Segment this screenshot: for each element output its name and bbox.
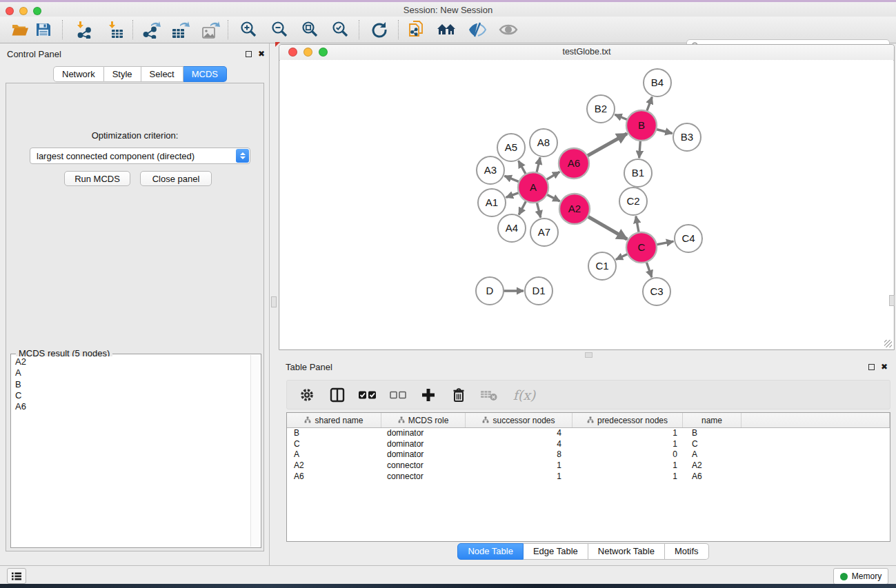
clone-network-icon[interactable] bbox=[406, 20, 426, 39]
apply-layout-icon[interactable] bbox=[369, 20, 388, 39]
table-cell[interactable]: A6 bbox=[683, 472, 741, 483]
column-header-name[interactable]: name bbox=[683, 413, 741, 427]
graph-node-A7[interactable]: A7 bbox=[530, 219, 558, 246]
graph-node-C1[interactable]: C1 bbox=[588, 252, 616, 280]
float-panel-icon[interactable] bbox=[246, 51, 252, 57]
float-table-panel-icon[interactable] bbox=[868, 364, 875, 370]
delete-table-icon[interactable] bbox=[479, 385, 499, 405]
tab-network-table[interactable]: Network Table bbox=[588, 543, 665, 560]
table-cell[interactable]: dominator bbox=[381, 439, 466, 450]
graph-node-C[interactable]: C bbox=[626, 232, 657, 263]
criterion-dropdown[interactable]: largest connected component (directed) bbox=[30, 148, 250, 164]
graph-node-B[interactable]: B bbox=[626, 110, 657, 141]
zoom-fit-icon[interactable] bbox=[301, 20, 320, 39]
open-session-icon[interactable] bbox=[10, 20, 30, 39]
table-cell[interactable]: B bbox=[287, 428, 381, 439]
zoom-out-icon[interactable] bbox=[270, 20, 290, 39]
memory-button[interactable]: Memory bbox=[833, 568, 888, 585]
graph-node-B2[interactable]: B2 bbox=[587, 95, 615, 123]
graph-node-A3[interactable]: A3 bbox=[477, 156, 504, 184]
graph-node-C3[interactable]: C3 bbox=[643, 278, 670, 305]
tab-node-table[interactable]: Node Table bbox=[457, 543, 524, 560]
add-column-icon[interactable] bbox=[418, 385, 439, 405]
column-header-predecessor-nodes[interactable]: predecessor nodes bbox=[573, 413, 683, 427]
select-all-icon[interactable] bbox=[357, 385, 378, 405]
column-header-MCDS-role[interactable]: MCDS role bbox=[381, 413, 466, 427]
graph-node-D[interactable]: D bbox=[476, 277, 504, 305]
network-graph[interactable]: B4B2BB3A8A5A6A3B1AC2A1A2A4A7C4CC1DD1C3 bbox=[280, 60, 893, 349]
table-cell[interactable]: connector bbox=[381, 472, 466, 483]
mcds-result-item[interactable]: A2 bbox=[12, 356, 251, 367]
tab-motifs[interactable]: Motifs bbox=[665, 543, 709, 560]
close-panel-icon[interactable]: ✖ bbox=[258, 50, 265, 58]
table-cell[interactable]: dominator bbox=[381, 428, 466, 439]
table-cell[interactable]: dominator bbox=[381, 449, 466, 460]
save-session-icon[interactable] bbox=[34, 20, 53, 39]
view-edge-grip[interactable] bbox=[889, 295, 895, 306]
network-window-titlebar[interactable]: testGlobe.txt bbox=[279, 45, 894, 61]
table-cell[interactable]: A6 bbox=[287, 472, 381, 483]
task-history-button[interactable] bbox=[7, 568, 26, 584]
tab-mcds[interactable]: MCDS bbox=[183, 66, 227, 82]
export-network-icon[interactable] bbox=[141, 20, 161, 39]
graph-node-B4[interactable]: B4 bbox=[644, 69, 671, 97]
column-header-shared-name[interactable]: shared name bbox=[287, 413, 381, 427]
table-cell[interactable]: A2 bbox=[287, 460, 381, 472]
graph-node-A2[interactable]: A2 bbox=[559, 194, 590, 224]
tab-network[interactable]: Network bbox=[53, 66, 104, 82]
export-table-icon[interactable] bbox=[170, 20, 190, 39]
graph-node-D1[interactable]: D1 bbox=[525, 277, 552, 305]
export-image-icon[interactable] bbox=[201, 20, 220, 39]
table-cell[interactable]: 1 bbox=[466, 460, 573, 472]
mcds-result-item[interactable]: A6 bbox=[12, 401, 251, 412]
table-row[interactable]: Cdominator41C bbox=[287, 439, 890, 450]
split-divider-grip[interactable] bbox=[271, 296, 277, 307]
table-cell[interactable]: 4 bbox=[466, 428, 573, 439]
graph-node-A6[interactable]: A6 bbox=[559, 148, 589, 179]
graph-node-C4[interactable]: C4 bbox=[675, 225, 702, 252]
table-cell[interactable]: A bbox=[683, 449, 741, 460]
mcds-result-item[interactable]: C bbox=[12, 390, 251, 401]
result-list-scrollbar[interactable] bbox=[250, 355, 260, 547]
network-canvas[interactable]: B4B2BB3A8A5A6A3B1AC2A1A2A4A7C4CC1DD1C3 bbox=[280, 60, 893, 349]
graph-node-B3[interactable]: B3 bbox=[673, 123, 701, 151]
run-mcds-button[interactable]: Run MCDS bbox=[64, 171, 130, 186]
table-row[interactable]: A2connector11A2 bbox=[287, 460, 890, 472]
tab-select[interactable]: Select bbox=[141, 66, 183, 82]
table-cell[interactable]: 1 bbox=[573, 472, 683, 483]
table-cell[interactable]: 1 bbox=[573, 428, 683, 439]
import-table-icon[interactable] bbox=[106, 20, 125, 39]
table-cell[interactable]: C bbox=[683, 439, 741, 450]
hide-selected-icon[interactable] bbox=[468, 20, 487, 39]
table-cell[interactable]: connector bbox=[381, 460, 466, 472]
table-cell[interactable]: 8 bbox=[466, 449, 573, 460]
table-cell[interactable]: 0 bbox=[573, 449, 683, 460]
close-panel-button[interactable]: Close panel bbox=[140, 171, 212, 186]
show-all-icon[interactable] bbox=[499, 20, 518, 39]
table-row[interactable]: Bdominator41B bbox=[287, 428, 890, 439]
graph-node-A8[interactable]: A8 bbox=[530, 129, 557, 156]
tab-style[interactable]: Style bbox=[104, 66, 141, 82]
zoom-in-icon[interactable] bbox=[239, 20, 259, 39]
graph-node-A4[interactable]: A4 bbox=[498, 214, 526, 242]
table-cell[interactable]: 1 bbox=[573, 460, 683, 472]
graph-node-C2[interactable]: C2 bbox=[619, 187, 647, 215]
graph-node-A1[interactable]: A1 bbox=[478, 189, 506, 216]
graph-node-A[interactable]: A bbox=[518, 172, 548, 203]
table-cell[interactable]: A2 bbox=[683, 460, 741, 472]
deselect-all-icon[interactable] bbox=[388, 385, 408, 405]
graph-node-A5[interactable]: A5 bbox=[497, 134, 525, 161]
close-table-panel-icon[interactable]: ✖ bbox=[881, 363, 888, 371]
table-cell[interactable]: 1 bbox=[466, 472, 573, 483]
import-network-icon[interactable] bbox=[74, 20, 93, 39]
mcds-result-list[interactable]: A2ABCA6 bbox=[12, 356, 251, 547]
horizontal-divider-grip[interactable] bbox=[585, 352, 593, 358]
table-cell[interactable]: 4 bbox=[466, 439, 573, 450]
table-settings-icon[interactable] bbox=[297, 385, 317, 405]
delete-column-icon[interactable] bbox=[448, 385, 469, 405]
show-column-icon[interactable] bbox=[327, 385, 348, 405]
table-row[interactable]: Adominator80A bbox=[287, 449, 890, 460]
table-cell[interactable]: B bbox=[683, 428, 741, 439]
table-cell[interactable]: 1 bbox=[573, 439, 683, 450]
zoom-selected-icon[interactable] bbox=[331, 20, 350, 39]
